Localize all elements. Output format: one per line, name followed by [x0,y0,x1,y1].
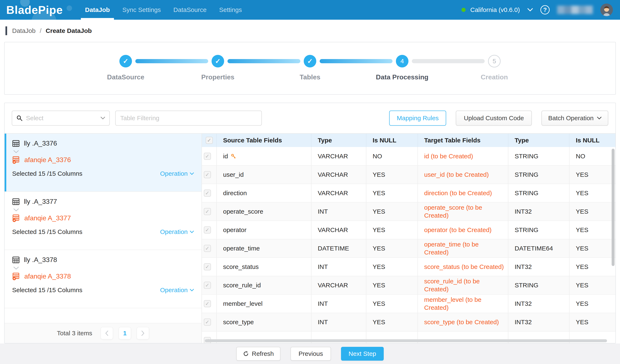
step-connector [228,59,300,63]
step-tables: Tables [304,55,316,67]
table-icon [12,256,20,264]
field-row: score_rule_id VARCHAR YES score_rule_id … [202,276,615,294]
table-list-item[interactable]: lly .A_3376 afanqie A_3376 Selected 15 /… [5,134,202,192]
operation-dropdown-link[interactable]: Operation [160,287,194,294]
table-list-pane: lly .A_3376 afanqie A_3376 Selected 15 /… [5,134,202,343]
breadcrumb-parent[interactable]: DataJob [12,27,36,34]
pagination-next-button[interactable] [137,327,149,339]
row-checkbox[interactable] [204,263,211,270]
batch-operation-button[interactable]: Batch Operation [542,111,608,126]
username-redacted [557,6,593,14]
help-icon[interactable]: ? [540,5,550,15]
table-icon [12,198,20,205]
footer-actions: Refresh Previous Next Step [0,344,620,364]
chevron-down-icon[interactable] [13,267,194,270]
top-navbar: BladePipe DataJob Sync Settings DataSour… [0,0,620,20]
select-placeholder: Select [26,115,101,122]
table-filter-input[interactable] [115,111,262,126]
field-row: operate_score INT YES operate_score (to … [202,202,615,221]
step-number-badge: 4 [396,55,408,67]
target-table-name: afanqie A_3377 [24,214,71,222]
primary-nav: DataJob Sync Settings DataSource Setting… [79,0,248,20]
row-checkbox[interactable] [204,227,211,233]
chevron-down-icon[interactable] [13,208,194,212]
row-checkbox[interactable] [204,190,211,197]
target-table-add-icon [12,272,20,280]
logo-text: BladePipe [6,3,63,16]
nav-item-datajob[interactable]: DataJob [79,0,116,20]
col-target-fields: Target Table Fields [418,134,508,147]
selected-columns-text: Selected 15 /15 Columns [12,228,82,235]
field-row: operator VARCHAR YES operator (to be Cre… [202,221,615,239]
row-checkbox[interactable] [204,318,211,326]
chevron-down-icon[interactable] [527,8,533,12]
row-checkbox[interactable] [204,300,211,307]
content-split: lly .A_3376 afanqie A_3376 Selected 15 /… [5,134,615,343]
table-icon [12,140,20,147]
pagination-page-1[interactable]: 1 [119,327,131,339]
table-select-dropdown[interactable]: Select [12,111,110,126]
col-target-type: Type [508,134,569,147]
check-icon [215,57,221,65]
breadcrumb-accent-bar [5,26,7,35]
vertical-scrollbar-thumb[interactable] [612,149,615,266]
field-row: score_type INT YES score_type (to be Cre… [202,313,615,331]
row-checkbox[interactable] [204,208,211,215]
field-mapping-pane: Source Table Fields Type Is NULL Target … [202,134,615,343]
user-avatar[interactable] [600,3,613,16]
field-mapping-table: Source Table Fields Type Is NULL Target … [202,134,615,343]
pagination-total: Total 3 items [57,330,92,337]
horizontal-scrollbar-thumb[interactable] [205,339,607,342]
selected-columns-text: Selected 15 /15 Columns [12,170,82,177]
col-source-type: Type [311,134,366,147]
step-number-badge: 5 [488,55,501,67]
nav-item-sync-settings[interactable]: Sync Settings [116,0,167,20]
row-checkbox[interactable] [204,245,211,252]
step-connector [135,59,208,63]
upload-custom-code-button[interactable]: Upload Custom Code [456,111,532,126]
field-row: id VARCHAR NO id (to be Created) STRING … [202,147,615,166]
pagination: Total 3 items 1 [5,323,202,343]
row-checkbox[interactable] [204,282,211,289]
nav-item-settings[interactable]: Settings [213,0,248,20]
row-checkbox[interactable] [204,153,211,160]
step-connector [320,59,392,63]
mapping-rules-button[interactable]: Mapping Rules [389,111,446,126]
field-row: member_level INT YES member_level (to be… [202,294,615,313]
next-step-button[interactable]: Next Step [341,347,384,361]
refresh-icon [243,351,249,357]
table-list-item[interactable]: lly .A_3378 afanqie A_3378 Selected 15 /… [5,250,202,308]
target-table-name: afanqie A_3376 [24,156,71,164]
step-done-icon [119,55,132,67]
primary-key-icon [231,153,236,159]
field-row: score_status INT YES score_status (to be… [202,258,615,276]
step-done-icon [212,55,224,67]
chevron-down-icon [101,117,105,120]
table-list-item[interactable]: lly .A_3377 afanqie A_3377 Selected 15 /… [5,192,202,250]
wizard-stepper: DataSource Properties Tables 4 Data Proc… [119,42,501,67]
app-logo: BladePipe [0,0,75,20]
nav-item-datasource[interactable]: DataSource [167,0,213,20]
check-icon [123,57,129,65]
field-row: user_id VARCHAR YES user_id (to be Creat… [202,166,615,184]
col-target-isnull: Is NULL [569,134,615,147]
previous-button[interactable]: Previous [291,347,331,361]
stepper-card: DataSource Properties Tables 4 Data Proc… [4,42,616,95]
row-checkbox[interactable] [204,171,211,178]
data-processing-panel: Select Mapping Rules Upload Custom Code … [4,103,616,344]
step-datasource: DataSource [119,55,132,67]
navbar-right-cluster: California (v0.6.0) ? [462,0,620,20]
field-row: operate_time DATETIME YES operate_time (… [202,239,615,258]
target-table-add-icon [12,156,20,164]
operation-dropdown-link[interactable]: Operation [160,228,194,235]
region-version-label[interactable]: California (v0.6.0) [470,6,520,13]
refresh-button[interactable]: Refresh [236,347,280,361]
selected-columns-text: Selected 15 /15 Columns [12,287,82,294]
select-all-checkbox[interactable] [206,137,213,144]
target-table-add-icon [12,214,20,222]
pagination-prev-button[interactable] [101,327,113,339]
toolbar: Select Mapping Rules Upload Custom Code … [5,103,615,134]
logo-bubble-decoration [67,5,72,11]
operation-dropdown-link[interactable]: Operation [160,170,194,177]
chevron-down-icon[interactable] [13,150,194,153]
